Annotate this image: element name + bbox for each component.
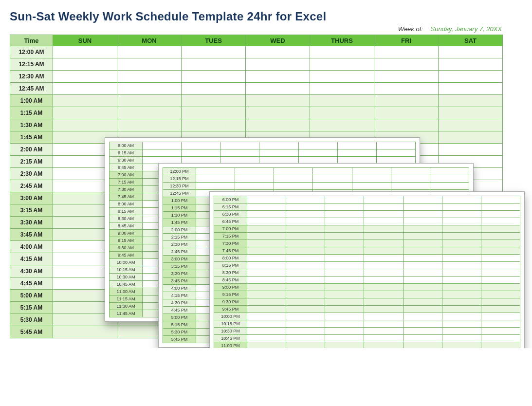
schedule-cell[interactable]	[247, 269, 286, 277]
schedule-cell[interactable]	[325, 328, 364, 335]
schedule-cell[interactable]	[247, 298, 286, 306]
schedule-cell[interactable]	[246, 71, 310, 83]
schedule-cell[interactable]	[442, 225, 481, 233]
schedule-cell[interactable]	[235, 175, 274, 183]
schedule-cell[interactable]	[481, 298, 520, 306]
schedule-cell[interactable]	[247, 328, 286, 335]
schedule-cell[interactable]	[53, 107, 117, 119]
schedule-cell[interactable]	[352, 168, 391, 175]
schedule-cell[interactable]	[310, 58, 374, 71]
schedule-cell[interactable]	[364, 225, 403, 233]
schedule-cell[interactable]	[325, 218, 364, 225]
schedule-cell[interactable]	[286, 277, 325, 284]
schedule-cell[interactable]	[286, 335, 325, 342]
schedule-cell[interactable]	[196, 183, 235, 190]
schedule-cell[interactable]	[481, 218, 520, 225]
schedule-cell[interactable]	[182, 95, 246, 107]
schedule-cell[interactable]	[286, 247, 325, 255]
schedule-cell[interactable]	[376, 142, 415, 149]
schedule-cell[interactable]	[286, 211, 325, 218]
schedule-cell[interactable]	[182, 58, 246, 71]
schedule-cell[interactable]	[403, 225, 442, 233]
schedule-cell[interactable]	[481, 211, 520, 218]
schedule-cell[interactable]	[117, 95, 182, 107]
schedule-cell[interactable]	[310, 71, 374, 83]
schedule-cell[interactable]	[391, 168, 430, 175]
schedule-cell[interactable]	[182, 119, 246, 131]
schedule-cell[interactable]	[481, 203, 520, 211]
schedule-cell[interactable]	[403, 291, 442, 298]
schedule-cell[interactable]	[246, 95, 310, 107]
schedule-cell[interactable]	[247, 247, 286, 255]
schedule-cell[interactable]	[53, 326, 117, 338]
schedule-cell[interactable]	[235, 183, 274, 190]
schedule-cell[interactable]	[53, 71, 117, 83]
schedule-cell[interactable]	[246, 58, 310, 71]
schedule-cell[interactable]	[439, 119, 503, 131]
schedule-cell[interactable]	[313, 168, 352, 175]
schedule-cell[interactable]	[439, 46, 503, 58]
schedule-cell[interactable]	[325, 320, 364, 328]
schedule-cell[interactable]	[403, 255, 442, 262]
schedule-cell[interactable]	[364, 269, 403, 277]
schedule-cell[interactable]	[352, 183, 391, 190]
schedule-cell[interactable]	[247, 211, 286, 218]
schedule-cell[interactable]	[403, 277, 442, 284]
schedule-cell[interactable]	[439, 131, 503, 144]
schedule-cell[interactable]	[286, 328, 325, 335]
schedule-cell[interactable]	[364, 291, 403, 298]
schedule-cell[interactable]	[286, 218, 325, 225]
schedule-cell[interactable]	[403, 247, 442, 255]
schedule-cell[interactable]	[481, 196, 520, 203]
schedule-cell[interactable]	[247, 277, 286, 284]
schedule-cell[interactable]	[403, 313, 442, 320]
schedule-cell[interactable]	[481, 313, 520, 320]
schedule-cell[interactable]	[374, 119, 439, 131]
schedule-cell[interactable]	[286, 342, 325, 349]
schedule-cell[interactable]	[442, 320, 481, 328]
schedule-cell[interactable]	[325, 277, 364, 284]
schedule-cell[interactable]	[286, 233, 325, 240]
schedule-cell[interactable]	[430, 168, 469, 175]
schedule-cell[interactable]	[442, 262, 481, 269]
schedule-cell[interactable]	[53, 46, 117, 58]
schedule-cell[interactable]	[391, 175, 430, 183]
schedule-cell[interactable]	[53, 119, 117, 131]
schedule-cell[interactable]	[364, 277, 403, 284]
schedule-cell[interactable]	[117, 119, 182, 131]
schedule-cell[interactable]	[246, 119, 310, 131]
schedule-cell[interactable]	[403, 203, 442, 211]
schedule-cell[interactable]	[364, 342, 403, 349]
schedule-cell[interactable]	[442, 255, 481, 262]
schedule-cell[interactable]	[286, 284, 325, 291]
schedule-cell[interactable]	[481, 335, 520, 342]
schedule-cell[interactable]	[391, 183, 430, 190]
schedule-cell[interactable]	[481, 240, 520, 247]
schedule-cell[interactable]	[310, 107, 374, 119]
schedule-cell[interactable]	[481, 225, 520, 233]
schedule-cell[interactable]	[325, 247, 364, 255]
schedule-cell[interactable]	[403, 284, 442, 291]
schedule-cell[interactable]	[310, 95, 374, 107]
schedule-cell[interactable]	[376, 149, 415, 157]
schedule-cell[interactable]	[364, 298, 403, 306]
schedule-cell[interactable]	[481, 262, 520, 269]
schedule-cell[interactable]	[403, 335, 442, 342]
schedule-cell[interactable]	[325, 225, 364, 233]
schedule-cell[interactable]	[182, 71, 246, 83]
schedule-cell[interactable]	[481, 342, 520, 349]
schedule-cell[interactable]	[481, 233, 520, 240]
schedule-cell[interactable]	[286, 225, 325, 233]
schedule-cell[interactable]	[442, 247, 481, 255]
schedule-cell[interactable]	[246, 83, 310, 95]
schedule-cell[interactable]	[364, 262, 403, 269]
schedule-cell[interactable]	[117, 58, 182, 71]
schedule-cell[interactable]	[286, 306, 325, 313]
schedule-cell[interactable]	[247, 196, 286, 203]
schedule-cell[interactable]	[403, 328, 442, 335]
schedule-cell[interactable]	[259, 142, 298, 149]
schedule-cell[interactable]	[442, 218, 481, 225]
schedule-cell[interactable]	[439, 95, 503, 107]
schedule-cell[interactable]	[439, 83, 503, 95]
schedule-cell[interactable]	[286, 291, 325, 298]
